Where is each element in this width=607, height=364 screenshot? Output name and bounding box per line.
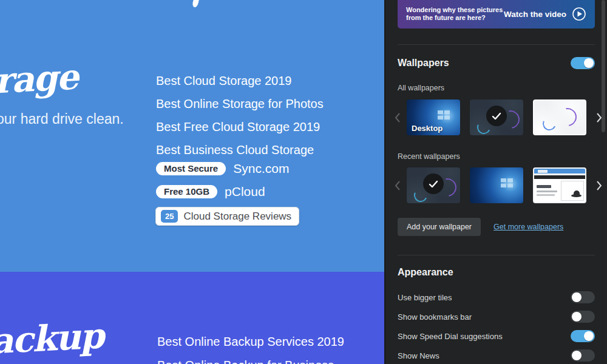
reviews-count-badge: 25	[161, 210, 178, 223]
screenshot-tab	[538, 170, 548, 173]
screenshot-text-line	[537, 194, 555, 196]
selected-check-icon	[486, 106, 507, 126]
recent-thumb-dark-selected[interactable]	[407, 167, 460, 203]
get-more-wallpapers-link[interactable]: Get more wallpapers	[493, 223, 563, 231]
script-stroke-decoration	[192, 0, 200, 8]
appearance-header-row: Appearance	[398, 267, 595, 278]
storage-links: Best Cloud Storage 2019 Best Online Stor…	[156, 69, 324, 161]
show-news-toggle[interactable]	[571, 349, 595, 362]
web-page: rage our hard drive clean. Best Cloud St…	[0, 0, 384, 364]
setting-row-speed-dial-suggestions: Show Speed Dial suggestions	[398, 328, 595, 344]
link-best-online-storage-photos[interactable]: Best Online Storage for Photos	[156, 92, 324, 115]
toggle-knob	[584, 58, 594, 68]
sync-com-label: Sync.com	[233, 161, 289, 176]
all-wallpapers-carousel: Desktop	[392, 99, 605, 135]
add-your-wallpaper-button[interactable]: Add your wallpaper	[398, 218, 481, 236]
screenshot-card	[561, 181, 584, 201]
wallpaper-thumb-dark-selected[interactable]	[470, 99, 523, 135]
wallpaper-thumb-light[interactable]	[533, 99, 586, 135]
link-best-free-cloud-storage[interactable]: Best Free Cloud Storage 2019	[156, 115, 324, 138]
screenshot-text-line	[537, 190, 557, 192]
wallpaper-actions-row: Add your wallpaper Get more wallpapers	[398, 218, 563, 236]
banner-message: Wondering why these pictures from the fu…	[406, 6, 504, 22]
windows-logo-icon	[438, 110, 450, 120]
setting-row-show-news: Show News	[398, 348, 595, 363]
setting-label: Use bigger tiles	[398, 293, 452, 302]
blue-arc-decoration	[541, 115, 558, 132]
link-pcloud[interactable]: Free 10GB pCloud	[156, 184, 265, 199]
wallpapers-header-row: Wallpapers	[398, 57, 595, 69]
link-best-business-cloud-storage[interactable]: Best Business Cloud Storage	[156, 138, 324, 161]
recent-thumb-desktop[interactable]	[470, 167, 523, 203]
toggle-knob	[572, 312, 582, 322]
setting-label: Show News	[398, 351, 439, 360]
backup-links: Best Online Backup Services 2019 Best On…	[157, 330, 344, 364]
setting-row-bigger-tiles: Use bigger tiles	[398, 289, 595, 305]
future-pictures-banner[interactable]: Wondering why these pictures from the fu…	[398, 0, 595, 29]
cloud-storage-reviews-button[interactable]: 25 Cloud Storage Reviews	[155, 207, 299, 226]
wallpapers-toggle[interactable]	[571, 57, 595, 69]
play-circle-icon	[572, 7, 586, 21]
setting-label: Show Speed Dial suggestions	[398, 332, 503, 341]
banner-divider	[398, 44, 595, 45]
link-best-online-backup-business[interactable]: Best Online Backup for Business	[157, 354, 344, 364]
all-wallpapers-label: All wallpapers	[398, 84, 444, 92]
free-10gb-badge: Free 10GB	[156, 185, 217, 198]
setting-label: Show bookmarks bar	[398, 312, 472, 322]
wallpapers-title: Wallpapers	[398, 58, 449, 69]
panel-scrollbar-thumb[interactable]	[602, 0, 605, 132]
purple-arc-decoration	[555, 104, 580, 130]
chevron-right-icon[interactable]	[593, 180, 605, 191]
speed-dial-settings-panel: Wondering why these pictures from the fu…	[384, 0, 607, 364]
screenshot-address-bar	[534, 175, 585, 179]
selected-check-icon	[423, 174, 444, 194]
link-best-cloud-storage[interactable]: Best Cloud Storage 2019	[156, 69, 324, 92]
use-bigger-tiles-toggle[interactable]	[571, 291, 595, 303]
toggle-knob	[572, 292, 582, 302]
storage-tagline: our hard drive clean.	[0, 111, 124, 127]
pcloud-label: pCloud	[225, 184, 265, 199]
show-speed-dial-suggestions-toggle[interactable]	[571, 330, 595, 342]
watch-video-button[interactable]: Watch the video	[504, 7, 586, 21]
chevron-left-icon[interactable]	[392, 112, 404, 123]
backup-script-heading: ackup	[0, 315, 104, 362]
recent-thumb-screenshot[interactable]	[533, 167, 586, 203]
recent-wallpapers-label: Recent wallpapers	[398, 152, 460, 161]
screenshot-heading-line	[537, 185, 551, 188]
link-sync-com[interactable]: Most Secure Sync.com	[156, 161, 289, 176]
most-secure-badge: Most Secure	[156, 162, 226, 175]
section-divider	[398, 255, 595, 255]
storage-script-heading: rage	[0, 56, 78, 101]
appearance-title: Appearance	[398, 267, 453, 278]
setting-row-bookmarks-bar: Show bookmarks bar	[398, 309, 595, 325]
cloud-storage-section: rage our hard drive clean. Best Cloud St…	[0, 0, 384, 272]
desktop-thumb-label: Desktop	[412, 124, 443, 133]
link-best-online-backup-services[interactable]: Best Online Backup Services 2019	[157, 330, 344, 354]
hat-icon	[571, 194, 582, 197]
toggle-knob	[572, 351, 582, 360]
windows-logo-icon	[501, 178, 513, 187]
reviews-button-label: Cloud Storage Reviews	[183, 211, 291, 223]
show-bookmarks-bar-toggle[interactable]	[571, 311, 595, 323]
chevron-left-icon[interactable]	[392, 180, 404, 191]
wallpaper-thumb-desktop[interactable]: Desktop	[407, 99, 460, 135]
recent-wallpapers-carousel	[392, 167, 605, 203]
toggle-knob	[584, 331, 594, 341]
